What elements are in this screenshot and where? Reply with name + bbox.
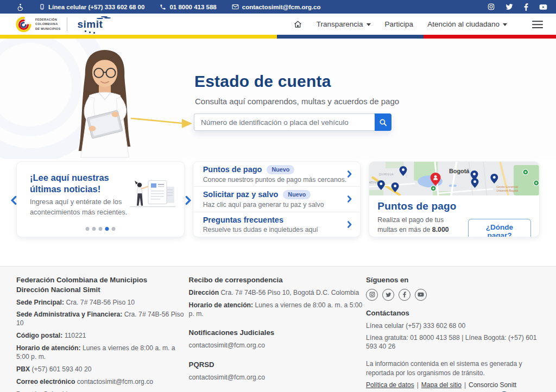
- nav-home[interactable]: [293, 20, 302, 29]
- logo-org-name: FEDERACIÓN COLOMBIANA DE MUNICIPIOS: [35, 17, 60, 31]
- page-subtitle: Consulta aquí comparendos, multas y acue…: [195, 97, 399, 106]
- facebook-icon[interactable]: [399, 289, 410, 301]
- topbar-mobile-text: Línea celular (+57) 333 602 68 00: [48, 4, 144, 10]
- hero-section: Estado de cuenta Consulta aquí comparend…: [0, 39, 556, 159]
- twitter-icon[interactable]: [506, 3, 513, 10]
- pqrsd-email[interactable]: contactosimit@fcm.org.co: [189, 374, 366, 382]
- payment-card-title: Puntos de pago: [377, 200, 531, 212]
- chevron-down-icon: [367, 23, 371, 26]
- footer-social-group: [366, 289, 540, 301]
- where-to-pay-button[interactable]: ¿Dónde pagar?: [468, 219, 531, 237]
- search-icon: [378, 118, 388, 127]
- yellow-arrow-pointer: [130, 115, 194, 131]
- page-title: Estado de cuenta: [194, 72, 331, 91]
- news-card-content: ¡Lee aquí nuestras últimas noticias! Ing…: [30, 172, 178, 217]
- map-label-mall: Centro Comercial: [497, 185, 519, 188]
- chevron-down-icon: [503, 23, 507, 26]
- facebook-icon[interactable]: [524, 3, 528, 11]
- simit-homepage: Línea celular (+57) 333 602 68 00 01 800…: [0, 0, 556, 392]
- footer-row-codigo-postal: Código postal: 110221: [16, 332, 189, 340]
- nav-participa[interactable]: Participa: [385, 20, 414, 28]
- link-puntos-de-pago[interactable]: Puntos de pago Nuevo Conoce nuestros pun…: [193, 162, 361, 187]
- mobile-phone-icon: [39, 3, 45, 10]
- payment-points-map[interactable]: Bogotá QUIRIGUA ENGATIVÁ Centro Comercia…: [369, 162, 539, 195]
- home-icon: [293, 20, 302, 29]
- new-badge: Nuevo: [267, 165, 294, 174]
- carousel-prev-icon[interactable]: [10, 195, 17, 205]
- chevron-right-icon: [346, 221, 352, 228]
- footer-org-heading: Federación Colombiana de Municipios Dire…: [16, 275, 189, 295]
- footer-row-sede-admin: Sede Administrativa y Financiera: Cra. 7…: [16, 311, 189, 328]
- link-subtitle: Conoce nuestros puntos de pago más cerca…: [203, 176, 347, 184]
- footer-row-horario-2: Horario de atención: Lunes a viernes de …: [189, 301, 366, 319]
- flag-stripe-yellow: [0, 35, 277, 39]
- judicial-email[interactable]: contactosimit@fcm.org.co: [189, 342, 366, 350]
- flag-stripe-blue: [277, 35, 424, 39]
- hamburger-menu-icon[interactable]: [532, 20, 543, 29]
- news-carousel-card[interactable]: ¡Lee aquí nuestras últimas noticias! Ing…: [16, 161, 185, 237]
- judicial-heading: Notificaciones Judiciales: [189, 328, 366, 338]
- footer-row-correo: Correo electrónico contactosimit@fcm.org…: [16, 378, 189, 387]
- footer: Federación Colombiana de Municipios Dire…: [0, 266, 556, 392]
- link-title: Solicitar paz y salvo: [203, 190, 279, 199]
- topbar-mobile-line[interactable]: Línea celular (+57) 333 602 68 00: [39, 3, 144, 10]
- accessibility-icon[interactable]: [16, 3, 24, 11]
- footer-row-pbx: PBX (+57) 601 593 40 20: [16, 365, 189, 374]
- flag-stripe-red: [424, 35, 556, 39]
- instagram-icon[interactable]: [488, 3, 495, 10]
- simit-wordmark: simit: [74, 18, 106, 30]
- nav-atencion[interactable]: Atención al ciudadano: [427, 20, 507, 28]
- map-label-city: Bogotá: [449, 168, 470, 174]
- payment-points-card: Bogotá QUIRIGUA ENGATIVÁ Centro Comercia…: [369, 161, 540, 237]
- header: FEDERACIÓN COLOMBIANA DE MUNICIPIOS simi…: [0, 14, 556, 35]
- topbar-landline[interactable]: 01 8000 413 588: [160, 4, 216, 10]
- search-button[interactable]: [375, 113, 391, 131]
- consortium-label: Consorcio Sonitt: [469, 381, 516, 389]
- envelope-icon: [232, 4, 239, 10]
- topbar-email[interactable]: contactosimit@fcm.org.co: [232, 4, 321, 10]
- topbar: Línea celular (+57) 333 602 68 00 01 800…: [0, 0, 556, 14]
- news-illustration: [128, 173, 178, 217]
- carousel-dot[interactable]: [111, 227, 115, 231]
- link-subtitle: Haz clic aquí para generar tu paz y salv…: [203, 201, 347, 208]
- link-title: Preguntas frecuentes: [203, 216, 283, 224]
- legal-disclaimer: La información contenida en el sistema e…: [366, 359, 540, 378]
- nav-transparencia-label: Transparencia: [317, 20, 363, 28]
- privacy-policy-link[interactable]: Política de datos: [366, 381, 414, 389]
- footer-org-column: Federación Colombiana de Municipios Dire…: [16, 275, 189, 392]
- link-preguntas-frecuentes[interactable]: Preguntas frecuentes Resuelve tus dudas …: [193, 212, 361, 237]
- twitter-icon[interactable]: [382, 289, 394, 301]
- topbar-social-group: [488, 3, 547, 11]
- link-paz-y-salvo[interactable]: Solicitar paz y salvo Nuevo Haz clic aqu…: [193, 187, 361, 212]
- carousel-dot[interactable]: [92, 227, 96, 231]
- footer-row-horario: Horario de atención: Lunes a viernes de …: [16, 344, 189, 362]
- sitemap-link[interactable]: Mapa del sitio: [421, 381, 462, 389]
- phone-icon: [160, 4, 166, 10]
- youtube-icon[interactable]: [539, 4, 547, 10]
- contact-heading: Contáctanos: [366, 308, 540, 318]
- footer-contact-column: Síguenos en Contáctanos Línea celular (+…: [366, 275, 540, 392]
- link-subtitle: Resuelve tus dudas e inquietudes aquí: [203, 226, 347, 233]
- nav-transparencia[interactable]: Transparencia: [317, 20, 371, 28]
- woman-with-tablet-photo: [35, 42, 172, 159]
- news-card-text: Ingresa aquí y entérate de los acontecim…: [30, 197, 128, 217]
- search-input[interactable]: [194, 113, 375, 131]
- carousel-dots: [85, 227, 115, 231]
- map-label-neighborhood: QUIRIGUA: [379, 173, 394, 176]
- site-logo[interactable]: FEDERACIÓN COLOMBIANA DE MUNICIPIOS simi…: [15, 16, 110, 33]
- youtube-icon[interactable]: [415, 289, 427, 301]
- carousel-dot[interactable]: [85, 227, 89, 231]
- account-search: [194, 113, 391, 131]
- colombia-flag-stripe: [0, 35, 556, 39]
- chevron-right-icon: [346, 195, 352, 203]
- payment-card-text: Realiza el pago de tus multas en más de …: [377, 215, 463, 237]
- instagram-icon[interactable]: [366, 289, 378, 301]
- carousel-dot-active[interactable]: [105, 227, 109, 231]
- carousel-dot[interactable]: [98, 227, 102, 231]
- fcm-spiral-logo-icon: [15, 16, 31, 33]
- pqrsd-heading: PQRSD: [189, 360, 366, 370]
- footer-row-sede-principal: Sede Principal: Cra. 7# 74B-56 Piso 10: [16, 299, 189, 307]
- separator: |: [417, 381, 419, 389]
- carousel-next-icon[interactable]: [185, 195, 192, 205]
- main-nav: Transparencia Participa Atención al ciud…: [293, 20, 543, 29]
